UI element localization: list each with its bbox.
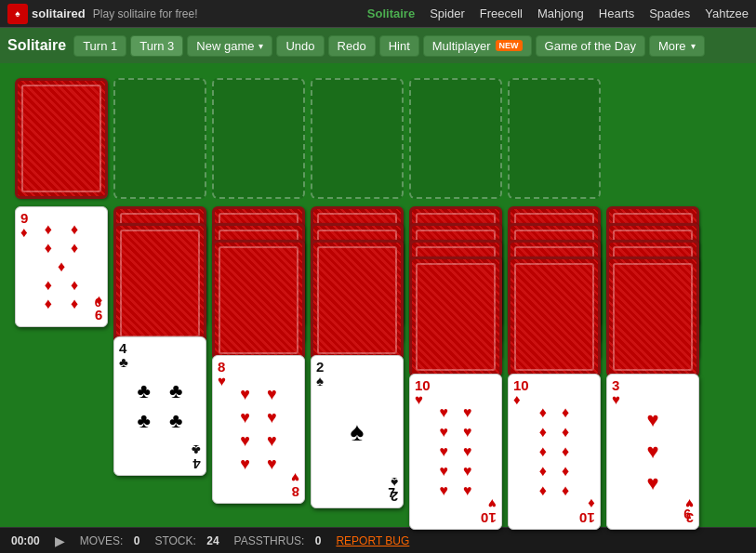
card-2-spades[interactable]: 2♠ 2♠ ♠ 7 <box>311 355 404 508</box>
undo-button[interactable]: Undo <box>276 35 324 57</box>
tableau-col-6: 10♦ 10♦ ♦♦ ♦♦ ♦♦ ♦♦ ♦♦ <box>508 206 601 553</box>
multiplayer-button[interactable]: Multiplayer NEW <box>423 35 532 57</box>
top-nav: Solitaire Spider Freecell Mahjong Hearts… <box>367 7 749 20</box>
nav-freecell[interactable]: Freecell <box>480 7 523 20</box>
card-4-clubs[interactable]: 4♣ 4♣ ♣♣ ♣♣ <box>113 336 206 476</box>
waste-pile <box>113 78 206 199</box>
new-game-button[interactable]: New game <box>187 35 272 57</box>
logo-icon: ♠ <box>7 4 28 24</box>
card-pips: ♣♣ ♣♣ <box>114 337 206 475</box>
card-pips: ♥♥ ♥♥ ♥♥ ♥♥ <box>213 356 304 503</box>
top-bar: ♠ solitaired Play solitaire for free! So… <box>0 0 756 28</box>
tableau-col-1: 9♦ 9♦ ♦♦ ♦♦ ♦ ♦♦ ♦♦ 6 <box>15 206 108 467</box>
col2-back-2 <box>113 223 206 344</box>
game-title: Solitaire <box>7 37 66 54</box>
nav-spider[interactable]: Spider <box>430 7 465 20</box>
stock-pile[interactable] <box>15 78 108 199</box>
foundation-4 <box>508 78 601 199</box>
card-pips: ♦♦ ♦♦ ♦♦ ♦♦ ♦♦ <box>509 375 600 529</box>
turn1-button[interactable]: Turn 1 <box>73 35 126 57</box>
col5-back-4 <box>409 257 502 377</box>
tableau-col-4: 2♠ 2♠ ♠ 7 <box>311 206 404 550</box>
tableau-col-5: 10♥ 10♥ ♥♥ ♥♥ ♥♥ ♥♥ ♥♥ <box>409 206 502 553</box>
card-corner-7: 7 <box>388 485 395 500</box>
tableau-col-3: 8♥ 8♥ ♥♥ ♥♥ ♥♥ ♥♥ <box>212 206 305 550</box>
logo[interactable]: ♠ solitaired <box>7 4 86 24</box>
turn3-button[interactable]: Turn 3 <box>130 35 183 57</box>
tagline: Play solitaire for free! <box>93 7 198 20</box>
card-corner-6: 6 <box>683 507 691 521</box>
tableau-col-7: 3♥ 3♥ ♥ ♥ ♥ 6 <box>606 206 699 553</box>
logo-text: solitaired <box>32 7 86 20</box>
redo-button[interactable]: Redo <box>328 35 376 57</box>
nav-solitaire[interactable]: Solitaire <box>367 7 415 20</box>
card-9-diamonds[interactable]: 9♦ 9♦ ♦♦ ♦♦ ♦ ♦♦ ♦♦ 6 <box>15 206 108 327</box>
foundation-2 <box>311 78 404 199</box>
stock-back-inner <box>21 85 101 192</box>
card-corner-6: 6 <box>95 296 101 309</box>
hint-button[interactable]: Hint <box>379 35 419 57</box>
more-button[interactable]: More <box>649 35 705 57</box>
col3-back-3 <box>212 240 305 361</box>
foundation-3 <box>409 78 502 199</box>
foundation-1 <box>212 78 305 199</box>
col7-back-4 <box>606 257 699 377</box>
nav-hearts[interactable]: Hearts <box>599 7 634 20</box>
nav-yahtzee[interactable]: Yahtzee <box>705 7 749 20</box>
game-area: 9♦ 9♦ ♦♦ ♦♦ ♦ ♦♦ ♦♦ 6 <box>0 63 756 527</box>
card-10-hearts[interactable]: 10♥ 10♥ ♥♥ ♥♥ ♥♥ ♥♥ ♥♥ <box>409 374 502 530</box>
card-3-hearts[interactable]: 3♥ 3♥ ♥ ♥ ♥ 6 <box>606 374 699 530</box>
card-pips: ♥♥ ♥♥ ♥♥ ♥♥ ♥♥ <box>410 375 501 529</box>
card-10-diamonds[interactable]: 10♦ 10♦ ♦♦ ♦♦ ♦♦ ♦♦ ♦♦ <box>508 374 601 530</box>
card-8-hearts[interactable]: 8♥ 8♥ ♥♥ ♥♥ ♥♥ ♥♥ <box>212 355 305 504</box>
foundations-row <box>7 71 749 199</box>
col6-back-4 <box>508 257 601 377</box>
tableau-col-2: 4♣ 4♣ ♣♣ ♣♣ <box>113 206 206 504</box>
tableau: 9♦ 9♦ ♦♦ ♦♦ ♦ ♦♦ ♦♦ 6 <box>7 206 749 553</box>
nav-mahjong[interactable]: Mahjong <box>537 7 584 20</box>
nav-spades[interactable]: Spades <box>649 7 690 20</box>
toolbar: Solitaire Turn 1 Turn 3 New game Undo Re… <box>0 28 756 63</box>
new-badge: NEW <box>496 40 523 51</box>
game-of-day-button[interactable]: Game of the Day <box>536 35 645 57</box>
card-pips: ♦♦ ♦♦ ♦ ♦♦ ♦♦ <box>16 207 107 326</box>
col4-back-3 <box>311 240 404 361</box>
